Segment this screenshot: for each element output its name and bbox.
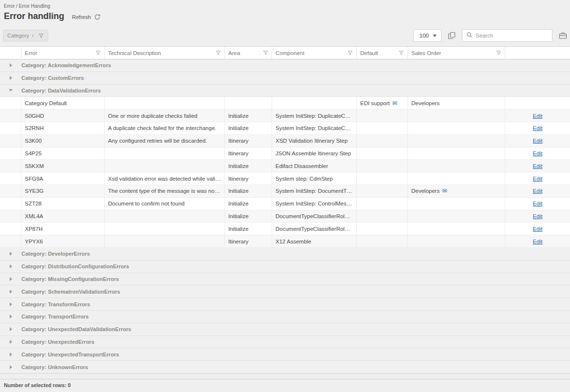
cell-default <box>357 223 408 235</box>
edit-link[interactable]: Edit <box>533 226 543 232</box>
group-chip-category[interactable]: Category ↑ <box>3 30 48 41</box>
expand-icon[interactable] <box>0 302 21 306</box>
cell-error: SYE3G <box>21 185 105 197</box>
filter-icon[interactable] <box>95 50 101 56</box>
toolbar: Category ↑ 100 <box>0 21 570 46</box>
group-row[interactable]: Category: UnexpectedErrors <box>0 336 570 349</box>
group-row[interactable]: Category: UnexpectedTransportErrors <box>0 348 570 361</box>
expand-icon[interactable] <box>0 63 21 67</box>
edit-link[interactable]: Edit <box>533 176 543 182</box>
header-component[interactable]: Component <box>272 47 357 59</box>
edit-link[interactable]: Edit <box>533 163 543 169</box>
breadcrumb[interactable]: Error / Error Handling <box>0 0 570 9</box>
group-chip-label: Category <box>7 33 29 38</box>
expand-icon[interactable] <box>0 365 21 369</box>
group-label: Category: MissingConfigurationErrors <box>21 276 119 282</box>
expand-icon[interactable] <box>0 264 21 268</box>
cell-default <box>357 172 408 185</box>
expand-icon[interactable] <box>0 277 21 281</box>
cell-tech: A duplicate check failed for the interch… <box>105 122 225 134</box>
edit-link[interactable]: Edit <box>533 201 543 206</box>
table-row: S5KXMInitializeEdifact DisassemblerEdit <box>0 160 570 172</box>
group-row[interactable]: Category: UnknownErrors <box>0 361 570 373</box>
filter-icon[interactable] <box>216 50 221 56</box>
expand-icon[interactable] <box>0 340 21 344</box>
column-title-sales-order: Sales Order <box>411 50 441 56</box>
cell-tech: One or more duplicate checks failed <box>105 110 225 122</box>
expand-icon[interactable] <box>0 252 21 256</box>
group-row[interactable]: Category: DataValidationErrors <box>0 85 570 97</box>
cell-edit: Edit <box>505 198 570 210</box>
briefcase-icon[interactable] <box>559 32 567 39</box>
cell-sales <box>408 198 505 210</box>
cell-default <box>357 148 408 160</box>
expand-icon[interactable] <box>0 76 21 80</box>
cell-edit: Edit <box>505 235 570 247</box>
cell-tech <box>105 223 225 235</box>
edit-link[interactable]: Edit <box>533 188 543 194</box>
filter-icon[interactable] <box>263 50 268 56</box>
header-sales-order[interactable]: Sales Order <box>408 47 505 59</box>
header-expand-column <box>0 47 21 59</box>
group-label: Category: TransportErrors <box>21 314 89 319</box>
filter-icon[interactable] <box>496 50 501 56</box>
cell-component: System InitStep: ControlMessage... <box>272 198 357 210</box>
cell-sales <box>408 135 505 147</box>
cell-sales <box>408 122 505 134</box>
page: Error / Error Handling Error handling Re… <box>0 0 570 392</box>
group-row[interactable]: Category: AcknowledgementErrors <box>0 59 570 72</box>
cell-area: Initialize <box>225 223 272 235</box>
cell-tech: Xsd validation error was detected while … <box>105 172 225 185</box>
edit-link[interactable]: Edit <box>533 138 543 144</box>
mail-icon[interactable]: ✉ <box>442 187 447 194</box>
collapse-icon[interactable] <box>0 89 21 92</box>
cell-sales <box>408 172 505 185</box>
header-error[interactable]: Error <box>21 47 105 59</box>
expand-icon[interactable] <box>0 315 21 318</box>
cell-area: Itinerary <box>225 235 272 247</box>
cell-default <box>357 185 408 197</box>
cell-tech <box>105 97 225 109</box>
expand-icon[interactable] <box>0 290 21 294</box>
search-input[interactable] <box>476 33 551 38</box>
group-row[interactable]: Category: MissingConfigurationErrors <box>0 273 570 286</box>
table-row: XML4AInitializeDocumentTypeClassifierRol… <box>0 210 570 223</box>
page-title: Error handling <box>4 11 64 21</box>
cell-expand <box>0 160 21 172</box>
header-area[interactable]: Area <box>225 47 272 59</box>
cell-expand <box>0 185 21 197</box>
mail-icon[interactable]: ✉ <box>392 100 397 107</box>
refresh-button[interactable]: Refresh <box>72 14 101 20</box>
group-row[interactable]: Category: TransportErrors <box>0 311 570 323</box>
expand-icon[interactable] <box>0 327 21 331</box>
cell-error: SFG9A <box>21 172 105 185</box>
group-label: Category: UnexpectedTransportErrors <box>21 352 119 357</box>
grid-body: Category: AcknowledgementErrorsCategory:… <box>0 59 570 373</box>
search-box[interactable] <box>462 29 552 42</box>
group-row[interactable]: Category: CustomErrors <box>0 72 570 85</box>
header-default[interactable]: Default <box>357 47 408 59</box>
cell-error: XP87H <box>21 223 105 235</box>
table-row: S2RNHA duplicate check failed for the in… <box>0 122 570 135</box>
filter-icon[interactable] <box>348 50 353 56</box>
edit-link[interactable]: Edit <box>533 150 543 156</box>
cell-default <box>357 235 408 247</box>
header-technical-description[interactable]: Technical Description <box>105 47 225 59</box>
edit-link[interactable]: Edit <box>533 213 543 219</box>
cell-component: X12 Assemble <box>272 235 357 247</box>
group-row[interactable]: Category: DistributionConfigurationError… <box>0 261 570 273</box>
group-row[interactable]: Category: SchematronValidationErrors <box>0 285 570 298</box>
edit-link[interactable]: Edit <box>533 239 543 244</box>
group-row[interactable]: Category: TransformErrors <box>0 298 570 311</box>
edit-link[interactable]: Edit <box>533 113 543 119</box>
group-label: Category: CustomErrors <box>21 75 84 81</box>
group-row[interactable]: Category: UnexpectedDataValidationErrors <box>0 323 570 336</box>
edit-link[interactable]: Edit <box>533 125 543 131</box>
toolbar-right: 100 <box>413 29 567 42</box>
expand-icon[interactable] <box>0 353 21 356</box>
filter-icon[interactable] <box>399 50 404 56</box>
page-size-select[interactable]: 100 <box>413 29 441 42</box>
copy-icon[interactable] <box>448 32 456 39</box>
cell-component: JSON Assemble Itinerary Step <box>272 148 357 160</box>
group-row[interactable]: Category: DeveloperErrors <box>0 248 570 261</box>
